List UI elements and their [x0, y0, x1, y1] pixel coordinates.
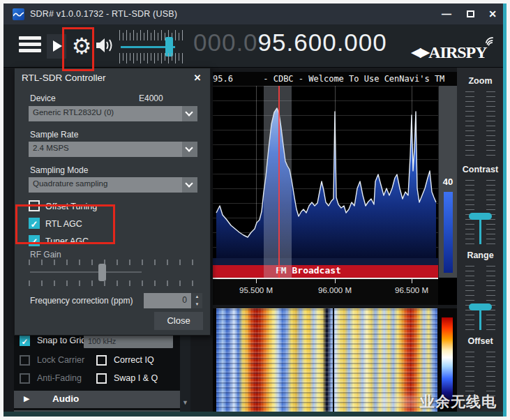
- speaker-icon: [96, 37, 115, 54]
- snap-to-grid-label: Snap to Grid: [37, 336, 86, 345]
- audio-section-label: Audio: [52, 393, 79, 404]
- range-slider-thumb[interactable]: [469, 303, 492, 310]
- sampling-mode-value: Quadrature sampling: [33, 179, 107, 188]
- axis-tick: [335, 279, 336, 283]
- audio-section-header[interactable]: ▶ Audio: [14, 391, 180, 408]
- spinner-buttons[interactable]: ▲ ▼: [192, 293, 202, 308]
- maximize-button[interactable]: [459, 3, 481, 24]
- tuning-line[interactable]: [278, 86, 280, 278]
- watermark-text: 业余无线电: [420, 393, 497, 410]
- play-icon: [53, 40, 62, 52]
- dialog-close-action-button[interactable]: Close: [154, 312, 203, 330]
- dialog-title: RTL-SDR Controller: [22, 73, 106, 83]
- display-controls-sidebar: Zoom Contrast Range Offset: [457, 68, 504, 412]
- chevron-down-icon: [185, 179, 193, 187]
- freq-label: 96.000 M: [310, 286, 359, 294]
- anti-fading-checkbox[interactable]: [20, 373, 30, 384]
- app-logo-icon: [13, 8, 24, 20]
- close-button[interactable]: ✕: [481, 3, 504, 24]
- frequency-value: 95.600.000: [258, 29, 387, 56]
- menu-button[interactable]: [19, 36, 41, 56]
- rf-gain-thumb[interactable]: [98, 264, 106, 281]
- annotation-box-gear: [62, 27, 94, 71]
- waterfall-center-line: [333, 308, 334, 413]
- sample-rate-dropdown[interactable]: 2.4 MSPS: [29, 142, 197, 157]
- swap-iq-checkbox[interactable]: [96, 373, 107, 384]
- dropdown-button[interactable]: [182, 106, 197, 121]
- lock-carrier-checkbox[interactable]: [20, 355, 30, 366]
- zoom-slider-label: Zoom: [457, 76, 504, 86]
- anti-fading-row: Anti-Fading Swap I & Q: [14, 371, 190, 388]
- range-slider-label: Range: [457, 250, 504, 260]
- frequency-display[interactable]: 000.095.600.000: [193, 29, 387, 57]
- snap-step-dropdown[interactable]: 100 kHz: [84, 334, 173, 348]
- axis-tick: [256, 279, 257, 283]
- watermark: 业余无线电: [378, 392, 497, 412]
- freq-label: 95.500 M: [232, 286, 280, 294]
- tuned-band-highlight[interactable]: [264, 86, 292, 278]
- signal-meter-value: 40: [439, 177, 457, 187]
- contrast-slider-thumb[interactable]: [469, 213, 492, 220]
- minimize-button[interactable]: —: [435, 3, 458, 24]
- correct-iq-checkbox[interactable]: [96, 355, 107, 366]
- frequency-correction-label: Frequency correction (ppm): [30, 296, 133, 306]
- spectrum-trace: [213, 86, 457, 258]
- volume-ruler-bottom: [119, 53, 183, 61]
- rf-gain-slider[interactable]: [29, 258, 197, 287]
- lock-carrier-row: Lock Carrier Correct IQ: [14, 353, 190, 370]
- anti-fading-label: Anti-Fading: [37, 373, 82, 383]
- window-title: SDR# v1.0.0.1732 - RTL-SDR (USB): [30, 3, 177, 24]
- chevron-down-icon: [185, 144, 193, 151]
- spectrum-analyzer[interactable]: 95.6 - CDBC - Welcome To Use CenNavi's T…: [213, 72, 457, 305]
- sdr-sharp-window: SDR# v1.0.0.1732 - RTL-SDR (USB) — ✕ ⚙ 0…: [3, 3, 507, 417]
- window-bottom-strip: [3, 412, 507, 417]
- spin-down-icon[interactable]: ▼: [192, 301, 202, 308]
- contrast-slider[interactable]: [465, 180, 495, 244]
- zoom-slider[interactable]: [465, 91, 495, 156]
- range-slider[interactable]: [465, 266, 495, 330]
- device-label: Device: [30, 93, 56, 103]
- screenshot-frame: SDR# v1.0.0.1732 - RTL-SDR (USB) — ✕ ⚙ 0…: [0, 0, 510, 420]
- annotation-box-agc: [15, 204, 115, 244]
- spectrum-plot[interactable]: [213, 86, 457, 258]
- device-dropdown-value: Generic RTL2832U (0): [33, 108, 114, 117]
- mute-button[interactable]: [96, 37, 117, 55]
- volume-ruler-top: [119, 33, 183, 40]
- frequency-correction-input[interactable]: 0: [144, 293, 191, 308]
- hamburger-icon: [19, 36, 41, 40]
- expand-arrow-icon: ▶: [24, 394, 29, 403]
- sample-rate-label: Sample Rate: [30, 130, 78, 140]
- nav-right-icon[interactable]: ▶: [420, 44, 429, 59]
- sampling-mode-dropdown[interactable]: Quadrature sampling: [29, 177, 197, 193]
- signal-meter-bar: [444, 192, 453, 273]
- rtl-sdr-controller-dialog: RTL-SDR Controller ✕ Device E4000 Generi…: [14, 68, 211, 336]
- title-bar: SDR# v1.0.0.1732 - RTL-SDR (USB) — ✕: [3, 3, 507, 24]
- axis-tick: [412, 279, 412, 283]
- band-plan-bar: FM Broadcast: [213, 258, 438, 278]
- dropdown-button[interactable]: [182, 177, 197, 193]
- spin-up-icon[interactable]: ▲: [192, 293, 202, 301]
- sample-rate-value: 2.4 MSPS: [33, 144, 69, 152]
- chevron-down-icon: [185, 108, 193, 116]
- dialog-close-button[interactable]: ✕: [190, 71, 204, 85]
- lock-carrier-label: Lock Carrier: [37, 355, 84, 365]
- dropdown-button[interactable]: [182, 142, 197, 157]
- frequency-correction-value: 0: [182, 295, 187, 305]
- airspy-logo: ◀▶AIRSPY: [411, 36, 498, 62]
- nav-left-icon[interactable]: ◀: [411, 44, 420, 59]
- volume-slider[interactable]: [119, 33, 183, 61]
- frequency-leading-zeros: 000.0: [193, 29, 258, 56]
- sampling-mode-label: Sampling Mode: [30, 165, 88, 175]
- offset-slider-label: Offset: [457, 336, 504, 346]
- window-right-edge: [503, 3, 507, 417]
- brand-text: AIRSPY: [428, 43, 486, 61]
- correct-iq-label: Correct IQ: [114, 355, 154, 365]
- snap-to-grid-row: ✓ Snap to Grid 100 kHz: [14, 333, 190, 350]
- snap-to-grid-checkbox[interactable]: ✓: [20, 336, 30, 346]
- signal-waves-icon: [486, 36, 498, 48]
- rds-text: 95.6 - CDBC - Welcome To Use CenNavi's T…: [213, 72, 457, 86]
- device-dropdown[interactable]: Generic RTL2832U (0): [29, 106, 197, 121]
- frequency-axis: 95.500 M 96.000 M 96.500 M: [213, 278, 438, 305]
- scroll-down-icon[interactable]: ▼: [181, 398, 190, 407]
- contrast-slider-label: Contrast: [457, 165, 504, 174]
